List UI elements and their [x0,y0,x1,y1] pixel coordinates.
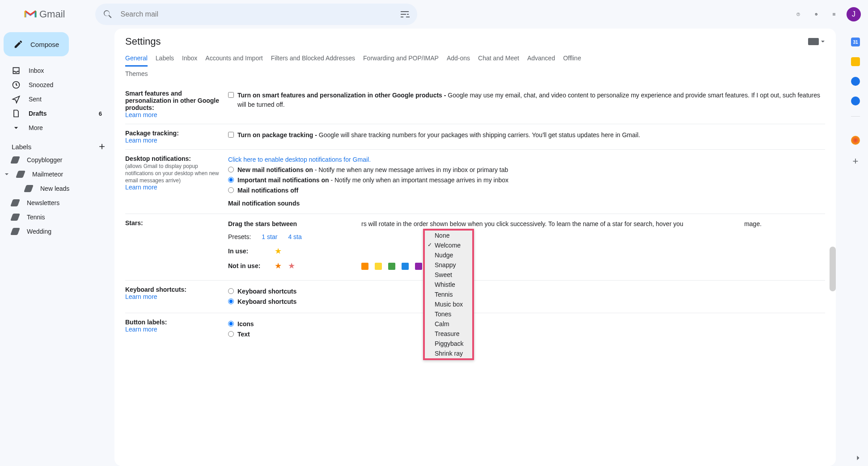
clock-icon [12,80,21,89]
support-icon[interactable]: ? [793,9,804,20]
tab-chat[interactable]: Chat and Meet [478,51,519,67]
label-icon [10,199,20,206]
package-tracking-checkbox[interactable] [228,132,234,138]
radio-icons[interactable] [228,321,234,327]
scrollbar[interactable] [830,247,836,291]
get-addons-icon[interactable]: + [853,155,859,167]
input-tools-button[interactable] [808,38,825,45]
search-bar[interactable] [95,4,417,25]
radio-new-mail[interactable] [228,167,234,172]
tab-filters[interactable]: Filters and Blocked Addresses [271,51,355,67]
radio-shortcuts-on[interactable] [228,298,234,304]
page-title: Settings [125,36,161,47]
star-yellow-icon[interactable]: ★ [275,245,282,257]
label-copyblogger[interactable]: Copyblogger [0,153,114,167]
gmail-logo-icon [23,9,38,20]
sound-option[interactable]: Sweet [425,270,472,280]
contacts-app-icon[interactable] [851,97,860,105]
enable-notifications-link[interactable]: Click here to enable desktop notificatio… [228,156,371,163]
label-text: Newsletters [27,199,59,206]
sound-dropdown-menu[interactable]: None Welcome Nudge Snappy Sweet Whistle … [423,229,474,360]
nav-label: Drafts [29,110,47,117]
tab-forwarding[interactable]: Forwarding and POP/IMAP [363,51,439,67]
label-newsletters[interactable]: Newsletters [0,196,114,210]
caret-down-icon[interactable] [4,172,9,176]
label-tennis[interactable]: Tennis [0,210,114,224]
radio-important-mail[interactable] [228,177,234,183]
learn-more-link[interactable]: Learn more [125,137,157,144]
nav-inbox[interactable]: Inbox [0,63,114,78]
tab-inbox[interactable]: Inbox [182,51,197,67]
sound-option[interactable]: Snappy [425,260,472,270]
learn-more-link[interactable]: Learn more [125,111,157,118]
label-mailmeteor[interactable]: Mailmeteor [0,167,114,181]
nav-snoozed[interactable]: Snoozed [0,78,114,92]
marker-green-icon[interactable] [388,263,395,270]
star-red-icon[interactable]: ★ [288,260,295,272]
learn-more-link[interactable]: Learn more [125,184,157,191]
tab-themes[interactable]: Themes [125,67,148,81]
sound-option[interactable]: Treasure [425,329,472,339]
preset-4stars[interactable]: 4 sta [288,232,301,242]
sound-option[interactable]: Piggyback [425,339,472,348]
side-panel: 31 + [843,29,868,466]
side-panel-expand-icon[interactable] [854,453,863,462]
sound-option[interactable]: Tennis [425,290,472,299]
tab-offline[interactable]: Offline [563,51,581,67]
addon-app-icon[interactable] [851,136,860,145]
label-wedding[interactable]: Wedding [0,224,114,239]
package-bold: Turn on package tracking - [237,131,319,139]
radio-text[interactable] [228,331,234,337]
apps-icon[interactable] [829,9,839,20]
sound-option[interactable]: Welcome [425,240,472,250]
calendar-app-icon[interactable]: 31 [851,38,860,46]
radio-shortcuts-off[interactable] [228,288,234,294]
label-icon [16,171,25,178]
gmail-logo[interactable]: Gmail [23,8,65,20]
marker-blue-icon[interactable] [402,263,409,270]
tab-general[interactable]: General [125,51,148,67]
sound-option[interactable]: Music box [425,299,472,309]
labels-title: Labels [12,143,31,151]
smart-features-checkbox[interactable] [228,92,234,98]
nav-more[interactable]: More [0,121,114,135]
tab-accounts[interactable]: Accounts and Import [205,51,263,67]
compose-button[interactable]: Compose [4,32,69,56]
smart-bold: Turn on smart features and personalizati… [237,92,448,99]
labels-header: Labels [0,135,114,153]
learn-more-link[interactable]: Learn more [125,293,157,300]
settings-tabs: General Labels Inbox Accounts and Import… [114,51,836,67]
settings-icon[interactable] [811,9,821,20]
label-new-leads[interactable]: New leads [0,181,114,196]
send-icon [12,95,21,104]
main-menu-icon[interactable] [7,9,18,20]
sound-option[interactable]: Calm [425,319,472,329]
sound-option[interactable]: None [425,231,472,240]
sound-option[interactable]: Tones [425,309,472,319]
tab-addons[interactable]: Add-ons [447,51,470,67]
radio-notifications-off[interactable] [228,187,234,193]
marker-purple-icon[interactable] [415,263,422,270]
marker-orange-icon[interactable] [361,263,368,270]
tab-labels[interactable]: Labels [156,51,174,67]
learn-more-link[interactable]: Learn more [125,326,157,333]
nav-drafts[interactable]: Drafts 6 [0,106,114,121]
add-label-icon[interactable] [97,142,106,151]
gmail-logo-text: Gmail [39,8,65,20]
nav-sent[interactable]: Sent [0,92,114,106]
sound-option[interactable]: Whistle [425,280,472,290]
row-title: Keyboard shortcuts: [125,286,186,293]
tasks-app-icon[interactable] [851,77,860,86]
star-orange-icon[interactable]: ★ [275,260,282,272]
tab-advanced[interactable]: Advanced [527,51,555,67]
preset-1star[interactable]: 1 star [262,232,277,242]
keep-app-icon[interactable] [851,57,860,66]
search-options-icon[interactable] [399,9,410,20]
sound-option[interactable]: Nudge [425,250,472,260]
account-avatar[interactable]: J [847,7,861,21]
sound-option[interactable]: Shrink ray [425,348,472,358]
marker-yellow-icon[interactable] [375,263,382,270]
search-icon[interactable] [102,9,113,20]
search-input[interactable] [120,10,392,18]
app-header: Gmail ? J [0,0,868,29]
